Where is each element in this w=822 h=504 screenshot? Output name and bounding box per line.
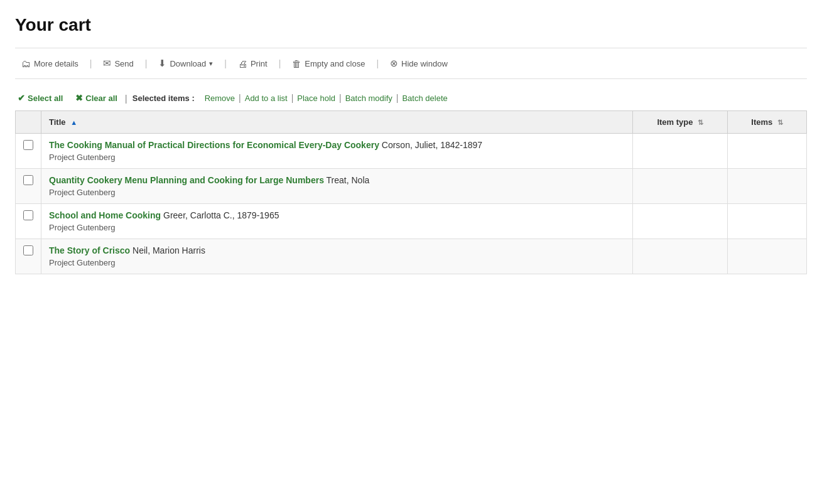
checkbox-cell	[16, 169, 41, 204]
more-details-button[interactable]: 🗂 More details	[15, 55, 85, 72]
th-checkbox	[16, 111, 41, 134]
item-type-cell	[633, 239, 728, 274]
sep4: |	[278, 58, 283, 68]
separator-space	[68, 93, 70, 103]
page-container: Your cart 🗂 More details | ✉ Send | ⬇ Do…	[0, 0, 822, 504]
envelope-icon: ✉	[103, 58, 111, 69]
checkmark-icon: ✔	[18, 93, 25, 103]
table-row: School and Home Cooking Greer, Carlotta …	[16, 204, 807, 239]
bar-divider: |	[125, 93, 127, 104]
item-type-cell	[633, 134, 728, 169]
items-cell	[728, 134, 807, 169]
checkbox-cell	[16, 239, 41, 274]
items-cell	[728, 239, 807, 274]
sort-updown-icon-items: ⇅	[777, 119, 783, 126]
download-icon: ⬇	[158, 58, 166, 69]
folder-icon: 🗂	[21, 58, 31, 69]
sep5: |	[375, 58, 380, 68]
item-publisher: Project Gutenberg	[49, 258, 625, 267]
batch-modify-action[interactable]: Batch modify	[345, 94, 392, 103]
table-row: The Story of Crisco Neil, Marion HarrisP…	[16, 239, 807, 274]
checkbox-cell	[16, 204, 41, 239]
sort-up-icon: ▲	[70, 119, 77, 126]
sort-updown-icon-itemtype: ⇅	[698, 119, 703, 126]
item-title-link[interactable]: Quantity Cookery Menu Planning and Cooki…	[49, 175, 324, 185]
item-checkbox[interactable]	[23, 245, 33, 255]
place-hold-action[interactable]: Place hold	[297, 94, 335, 103]
cart-table: Title ▲ Item type ⇅ Items ⇅ The Cooking …	[15, 110, 807, 274]
selected-items-label: Selected items :	[132, 94, 195, 103]
batch-delete-action[interactable]: Batch delete	[402, 94, 447, 103]
add-to-list-action[interactable]: Add to a list	[245, 94, 288, 103]
toolbar: 🗂 More details | ✉ Send | ⬇ Download ▾ |…	[15, 48, 807, 79]
item-title-link[interactable]: The Cooking Manual of Practical Directio…	[49, 140, 379, 150]
remove-action[interactable]: Remove	[205, 94, 235, 103]
items-cell	[728, 169, 807, 204]
item-author: Greer, Carlotta C., 1879-1965	[161, 210, 279, 220]
title-cell: The Story of Crisco Neil, Marion HarrisP…	[41, 239, 633, 274]
table-row: Quantity Cookery Menu Planning and Cooki…	[16, 169, 807, 204]
selection-bar: ✔ Select all ✖ Clear all | Selected item…	[15, 88, 807, 110]
th-items[interactable]: Items ⇅	[728, 111, 807, 134]
pipe3: |	[339, 93, 342, 103]
print-icon: 🖨	[238, 58, 247, 69]
pipe2: |	[291, 93, 294, 103]
x-icon: ✖	[75, 93, 83, 103]
item-type-cell	[633, 204, 728, 239]
item-checkbox[interactable]	[23, 140, 33, 150]
sep3: |	[223, 58, 228, 68]
item-author: Treat, Nola	[324, 175, 369, 185]
hide-window-button[interactable]: ⊗ Hide window	[384, 55, 454, 72]
page-title: Your cart	[15, 15, 807, 35]
item-title-link[interactable]: School and Home Cooking	[49, 210, 161, 220]
item-author: Neil, Marion Harris	[130, 245, 205, 255]
item-publisher: Project Gutenberg	[49, 223, 625, 232]
th-item-type[interactable]: Item type ⇅	[633, 111, 728, 134]
item-checkbox[interactable]	[23, 210, 33, 220]
th-title[interactable]: Title ▲	[41, 111, 633, 134]
checkbox-cell	[16, 134, 41, 169]
item-publisher: Project Gutenberg	[49, 153, 625, 162]
clear-all-button[interactable]: ✖ Clear all	[73, 92, 120, 104]
item-author: Corson, Juliet, 1842-1897	[379, 140, 482, 150]
pipe4: |	[396, 93, 399, 103]
print-button[interactable]: 🖨 Print	[232, 55, 274, 72]
items-cell	[728, 204, 807, 239]
sep2: |	[144, 58, 149, 68]
title-cell: Quantity Cookery Menu Planning and Cooki…	[41, 169, 633, 204]
sep1: |	[89, 58, 94, 68]
select-all-button[interactable]: ✔ Select all	[15, 92, 65, 104]
send-button[interactable]: ✉ Send	[97, 55, 139, 72]
sel-actions: Remove | Add to a list | Place hold | Ba…	[195, 93, 448, 103]
pipe0	[198, 93, 201, 103]
title-cell: School and Home Cooking Greer, Carlotta …	[41, 204, 633, 239]
item-publisher: Project Gutenberg	[49, 188, 625, 197]
pipe1: |	[239, 93, 241, 103]
table-row: The Cooking Manual of Practical Directio…	[16, 134, 807, 169]
title-cell: The Cooking Manual of Practical Directio…	[41, 134, 633, 169]
empty-close-button[interactable]: 🗑 Empty and close	[286, 55, 371, 72]
item-type-cell	[633, 169, 728, 204]
download-button[interactable]: ⬇ Download ▾	[152, 55, 219, 72]
item-checkbox[interactable]	[23, 175, 33, 185]
item-title-link[interactable]: The Story of Crisco	[49, 245, 130, 255]
trash-icon: 🗑	[292, 58, 301, 69]
circle-x-icon: ⊗	[390, 58, 398, 69]
dropdown-arrow-icon: ▾	[209, 60, 213, 68]
